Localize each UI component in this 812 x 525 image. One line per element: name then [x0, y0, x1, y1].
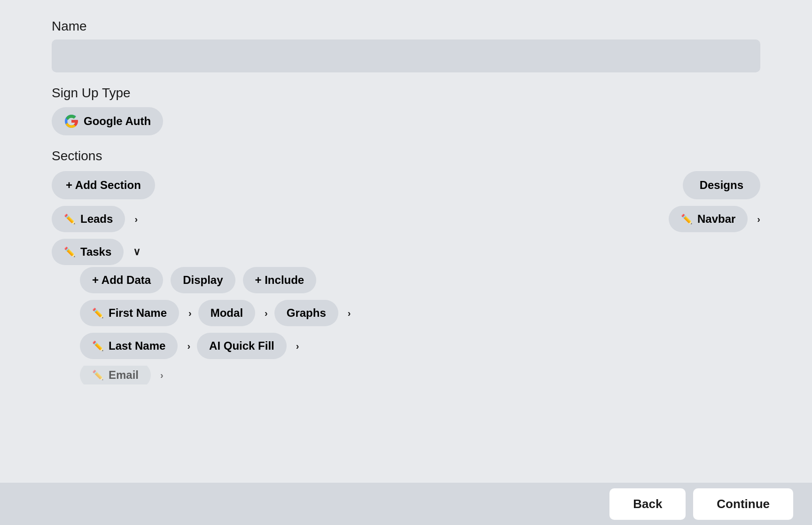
ai-quick-fill-button[interactable]: AI Quick Fill [197, 333, 287, 359]
signup-type-label: Sign Up Type [52, 86, 760, 101]
email-row: ✏️ Email › [80, 366, 760, 384]
main-content: Name Sign Up Type Google Auth Sections +… [0, 0, 812, 441]
leads-button[interactable]: ✏️ Leads [52, 206, 125, 232]
tasks-row: ✏️ Tasks ∨ [52, 239, 760, 265]
sections-area: + Add Section ✏️ Leads › ✏️ Tasks ∨ [52, 171, 760, 384]
email-button[interactable]: ✏️ Email [80, 366, 151, 384]
include-button[interactable]: + Include [243, 267, 317, 293]
modal-button[interactable]: Modal [198, 300, 255, 326]
tasks-container: ✏️ Tasks ∨ + Add Data Display + Include [52, 239, 760, 384]
designs-button[interactable]: Designs [683, 171, 760, 199]
first-name-button[interactable]: ✏️ First Name [80, 300, 179, 326]
footer: Back Continue [0, 483, 812, 525]
google-icon [64, 114, 79, 129]
continue-button[interactable]: Continue [693, 488, 793, 520]
first-name-chevron: › [188, 308, 192, 319]
modal-chevron: › [265, 308, 268, 319]
tasks-actions-row: + Add Data Display + Include [80, 267, 760, 293]
navbar-button[interactable]: ✏️ Navbar [669, 206, 748, 232]
add-data-button[interactable]: + Add Data [80, 267, 163, 293]
navbar-edit-icon: ✏️ [681, 213, 693, 225]
name-input[interactable] [52, 39, 760, 72]
email-label: Email [109, 368, 139, 382]
right-column: Designs ✏️ Navbar › [629, 171, 760, 232]
email-edit-icon: ✏️ [92, 369, 104, 381]
navbar-chevron: › [757, 214, 760, 225]
graphs-chevron: › [348, 308, 351, 319]
tasks-sub-section: + Add Data Display + Include ✏️ First Na… [52, 267, 760, 384]
google-auth-label: Google Auth [84, 115, 151, 128]
leads-chevron: › [134, 214, 138, 225]
add-section-button[interactable]: + Add Section [52, 171, 155, 199]
navbar-row: ✏️ Navbar › [669, 206, 760, 232]
last-name-button[interactable]: ✏️ Last Name [80, 333, 178, 359]
first-name-row: ✏️ First Name › Modal › Graphs › [80, 300, 760, 326]
back-button[interactable]: Back [609, 488, 686, 520]
tasks-chevron: ∨ [133, 246, 141, 258]
graphs-button[interactable]: Graphs [274, 300, 338, 326]
name-label: Name [52, 19, 760, 34]
tasks-button[interactable]: ✏️ Tasks [52, 239, 124, 265]
last-name-edit-icon: ✏️ [92, 340, 104, 352]
leads-edit-icon: ✏️ [64, 213, 76, 225]
google-auth-button[interactable]: Google Auth [52, 107, 163, 135]
email-chevron: › [160, 370, 164, 381]
first-name-edit-icon: ✏️ [92, 307, 104, 319]
last-name-chevron: › [187, 341, 190, 352]
display-button[interactable]: Display [171, 267, 235, 293]
sections-label: Sections [52, 149, 760, 164]
ai-quick-fill-chevron: › [296, 341, 299, 352]
tasks-edit-icon: ✏️ [64, 246, 76, 258]
last-name-row: ✏️ Last Name › AI Quick Fill › [80, 333, 760, 359]
